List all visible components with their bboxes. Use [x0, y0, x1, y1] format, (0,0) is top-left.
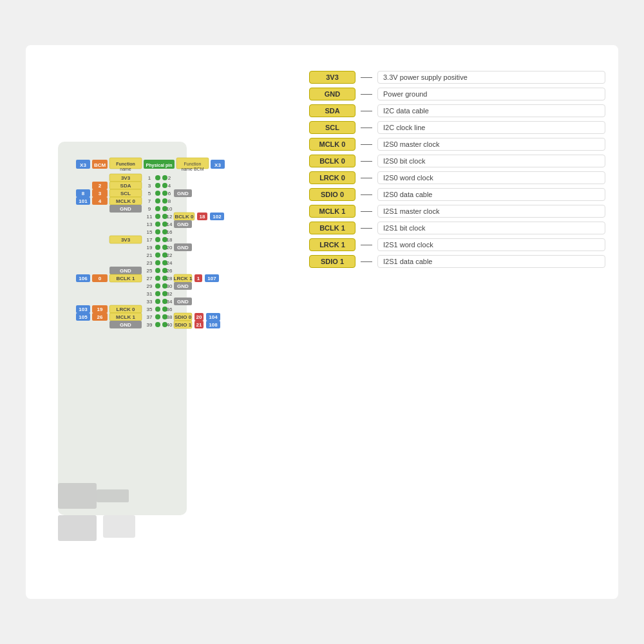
legend-row: LRCK 0I2S0 word clock — [309, 171, 605, 184]
svg-text:16: 16 — [167, 229, 173, 235]
svg-text:Function: Function — [184, 162, 202, 166]
svg-point-134 — [155, 299, 160, 304]
svg-text:102: 102 — [213, 214, 222, 220]
legend-line — [361, 77, 372, 78]
legend-desc: I2S0 bit clock — [377, 155, 605, 167]
legend-row: MCLK 1I2S1 master clock — [309, 205, 605, 218]
svg-text:27: 27 — [147, 276, 153, 281]
svg-point-30 — [155, 183, 160, 188]
legend-desc: I2C clock line — [377, 121, 605, 134]
svg-text:31: 31 — [147, 291, 153, 297]
legend-line — [361, 178, 372, 178]
svg-text:18: 18 — [167, 237, 173, 243]
svg-text:19: 19 — [97, 307, 103, 312]
legend-desc: I2S1 master clock — [377, 205, 605, 218]
svg-rect-2 — [58, 515, 97, 541]
svg-text:107: 107 — [207, 276, 216, 281]
svg-text:36: 36 — [167, 307, 173, 312]
svg-text:3V3: 3V3 — [121, 237, 131, 243]
svg-text:3: 3 — [99, 191, 102, 196]
svg-text:5: 5 — [148, 191, 151, 196]
svg-text:39: 39 — [147, 322, 153, 328]
svg-text:2: 2 — [168, 175, 171, 181]
svg-text:106: 106 — [79, 276, 88, 281]
legend-badge: SCL — [309, 121, 355, 134]
svg-text:GND: GND — [120, 268, 131, 274]
svg-point-104 — [155, 268, 160, 273]
legend-row: GNDPower ground — [309, 88, 605, 100]
svg-point-52 — [155, 198, 160, 204]
svg-text:12: 12 — [167, 214, 173, 220]
svg-text:19: 19 — [147, 245, 153, 251]
svg-text:14: 14 — [167, 222, 173, 227]
svg-text:SDIO 1: SDIO 1 — [175, 322, 192, 328]
legend-line — [361, 128, 372, 128]
svg-text:3: 3 — [148, 183, 151, 189]
svg-point-124 — [155, 283, 160, 289]
svg-text:17: 17 — [147, 237, 153, 243]
svg-rect-4 — [97, 489, 129, 502]
svg-text:LRCK 0: LRCK 0 — [117, 307, 135, 312]
svg-text:11: 11 — [147, 214, 153, 220]
svg-text:Function: Function — [116, 162, 135, 166]
legend-desc: I2C data cable — [377, 104, 605, 117]
svg-text:33: 33 — [147, 299, 153, 305]
svg-text:SCL: SCL — [120, 191, 131, 196]
legend-badge: SDIO 0 — [309, 188, 355, 201]
svg-text:MCLK 0: MCLK 0 — [116, 198, 135, 204]
legend-row: LRCK 1I2S1 word clock — [309, 238, 605, 251]
svg-point-40 — [155, 191, 160, 196]
svg-text:4: 4 — [99, 198, 102, 204]
svg-text:8: 8 — [168, 198, 171, 204]
svg-text:20: 20 — [167, 245, 173, 251]
svg-text:8: 8 — [82, 191, 85, 196]
svg-text:24: 24 — [167, 260, 173, 266]
svg-text:BCLK 0: BCLK 0 — [175, 214, 194, 220]
legend-row: 3V33.3V power supply positive — [309, 71, 605, 84]
svg-text:GND: GND — [120, 206, 131, 212]
legend-row: SDAI2C data cable — [309, 104, 605, 117]
legend-line — [361, 111, 372, 111]
legend-desc: I2S0 master clock — [377, 138, 605, 151]
svg-text:GND: GND — [177, 245, 189, 251]
svg-point-41 — [162, 191, 167, 196]
legend-badge: MCLK 1 — [309, 205, 355, 218]
svg-text:15: 15 — [147, 229, 153, 235]
legend-desc: I2S0 data cable — [377, 188, 605, 201]
svg-text:25: 25 — [147, 268, 153, 274]
legend-badge: LRCK 1 — [309, 238, 355, 251]
legend-row: MCLK 0I2S0 master clock — [309, 138, 605, 151]
legend-badge: BCLK 1 — [309, 222, 355, 234]
legend-row: SDIO 1I2S1 data cable — [309, 255, 605, 268]
svg-text:108: 108 — [209, 322, 218, 328]
svg-text:23: 23 — [147, 260, 153, 266]
svg-text:105: 105 — [79, 314, 88, 320]
legend-badge: BCLK 0 — [309, 155, 355, 167]
svg-text:GND: GND — [177, 222, 189, 227]
legend-desc: Power ground — [377, 88, 605, 100]
legend-badge: SDIO 1 — [309, 255, 355, 268]
svg-text:104: 104 — [209, 314, 218, 320]
legend-line — [361, 194, 372, 195]
svg-point-58 — [155, 206, 160, 211]
svg-point-23 — [162, 175, 167, 180]
legend-badge: SDA — [309, 104, 355, 117]
svg-point-53 — [162, 198, 167, 204]
svg-point-146 — [155, 307, 160, 312]
svg-text:4: 4 — [168, 183, 171, 189]
svg-point-88 — [155, 245, 160, 250]
svg-text:37: 37 — [147, 314, 153, 320]
svg-rect-1 — [58, 483, 97, 509]
svg-rect-3 — [103, 515, 135, 538]
svg-text:1: 1 — [197, 276, 200, 281]
legend-line — [361, 261, 372, 262]
svg-text:BCM: BCM — [94, 162, 106, 168]
svg-text:6: 6 — [168, 191, 171, 196]
svg-text:30: 30 — [167, 283, 173, 289]
svg-text:40: 40 — [167, 322, 173, 328]
main-card: X3 BCM Function name Physical pin Functi… — [26, 45, 618, 599]
svg-point-84 — [155, 237, 160, 242]
svg-text:X3: X3 — [80, 162, 86, 168]
svg-text:3V3: 3V3 — [121, 175, 131, 181]
legend-row: SCLI2C clock line — [309, 121, 605, 134]
